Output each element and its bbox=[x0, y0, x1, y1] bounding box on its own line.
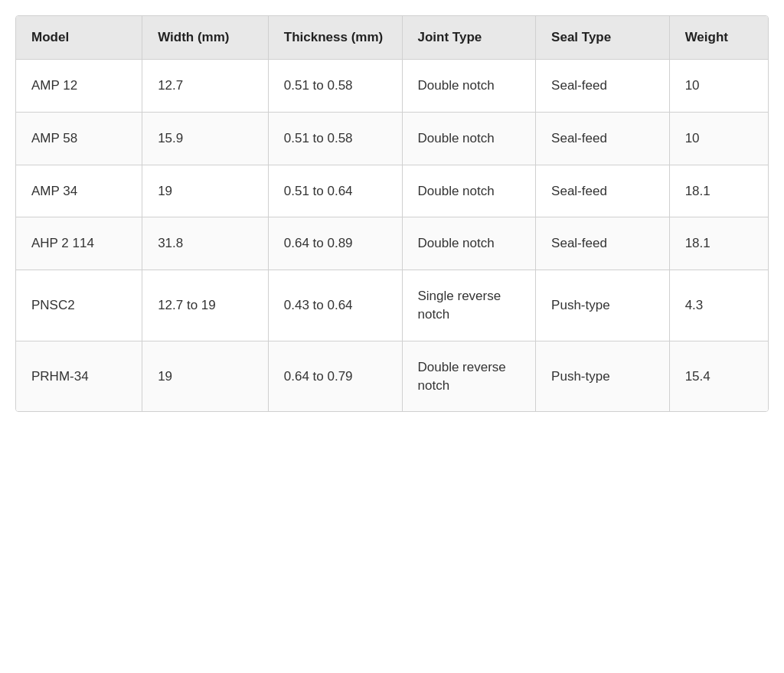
table-row: AHP 2 11431.80.64 to 0.89Double notchSea… bbox=[16, 217, 768, 270]
cell-thickness: 0.64 to 0.89 bbox=[268, 217, 402, 270]
cell-model: AMP 34 bbox=[16, 165, 142, 217]
cell-model: AMP 12 bbox=[16, 60, 142, 113]
header-seal-type: Seal Type bbox=[536, 16, 670, 60]
cell-thickness: 0.51 to 0.64 bbox=[268, 165, 402, 217]
cell-seal-type: Seal-feed bbox=[536, 112, 670, 165]
table-row: AMP 1212.70.51 to 0.58Double notchSeal-f… bbox=[16, 60, 768, 113]
table-row: PRHM-34190.64 to 0.79Double reverse notc… bbox=[16, 341, 768, 411]
cell-joint-type: Double notch bbox=[402, 60, 536, 113]
cell-thickness: 0.43 to 0.64 bbox=[268, 270, 402, 341]
cell-joint-type: Double notch bbox=[402, 112, 536, 165]
cell-seal-type: Seal-feed bbox=[536, 217, 670, 270]
cell-seal-type: Push-type bbox=[536, 270, 670, 341]
table-row: PNSC212.7 to 190.43 to 0.64Single revers… bbox=[16, 270, 768, 341]
cell-model: AMP 58 bbox=[16, 112, 142, 165]
cell-seal-type: Push-type bbox=[536, 341, 670, 411]
cell-weight: 10 bbox=[669, 112, 768, 165]
specs-table: Model Width (mm) Thickness (mm) Joint Ty… bbox=[16, 16, 768, 411]
cell-joint-type: Double notch bbox=[402, 165, 536, 217]
cell-seal-type: Seal-feed bbox=[536, 60, 670, 113]
cell-width: 12.7 to 19 bbox=[142, 270, 269, 341]
cell-thickness: 0.51 to 0.58 bbox=[268, 112, 402, 165]
cell-weight: 10 bbox=[669, 60, 768, 113]
header-model: Model bbox=[16, 16, 142, 60]
header-row: Model Width (mm) Thickness (mm) Joint Ty… bbox=[16, 16, 768, 60]
cell-width: 15.9 bbox=[142, 112, 269, 165]
cell-weight: 4.3 bbox=[669, 270, 768, 341]
cell-width: 12.7 bbox=[142, 60, 269, 113]
cell-model: AHP 2 114 bbox=[16, 217, 142, 270]
cell-thickness: 0.64 to 0.79 bbox=[268, 341, 402, 411]
cell-width: 19 bbox=[142, 165, 269, 217]
cell-joint-type: Single reverse notch bbox=[402, 270, 536, 341]
cell-model: PNSC2 bbox=[16, 270, 142, 341]
cell-model: PRHM-34 bbox=[16, 341, 142, 411]
cell-joint-type: Double reverse notch bbox=[402, 341, 536, 411]
cell-width: 19 bbox=[142, 341, 269, 411]
table-row: AMP 34190.51 to 0.64Double notchSeal-fee… bbox=[16, 165, 768, 217]
cell-weight: 18.1 bbox=[669, 165, 768, 217]
table-body: AMP 1212.70.51 to 0.58Double notchSeal-f… bbox=[16, 60, 768, 412]
cell-weight: 15.4 bbox=[669, 341, 768, 411]
header-thickness: Thickness (mm) bbox=[268, 16, 402, 60]
cell-seal-type: Seal-feed bbox=[536, 165, 670, 217]
cell-weight: 18.1 bbox=[669, 217, 768, 270]
cell-width: 31.8 bbox=[142, 217, 269, 270]
table-row: AMP 5815.90.51 to 0.58Double notchSeal-f… bbox=[16, 112, 768, 165]
table-header: Model Width (mm) Thickness (mm) Joint Ty… bbox=[16, 16, 768, 60]
cell-joint-type: Double notch bbox=[402, 217, 536, 270]
data-table: Model Width (mm) Thickness (mm) Joint Ty… bbox=[15, 15, 769, 412]
header-joint-type: Joint Type bbox=[402, 16, 536, 60]
header-weight: Weight bbox=[669, 16, 768, 60]
header-width: Width (mm) bbox=[142, 16, 269, 60]
cell-thickness: 0.51 to 0.58 bbox=[268, 60, 402, 113]
